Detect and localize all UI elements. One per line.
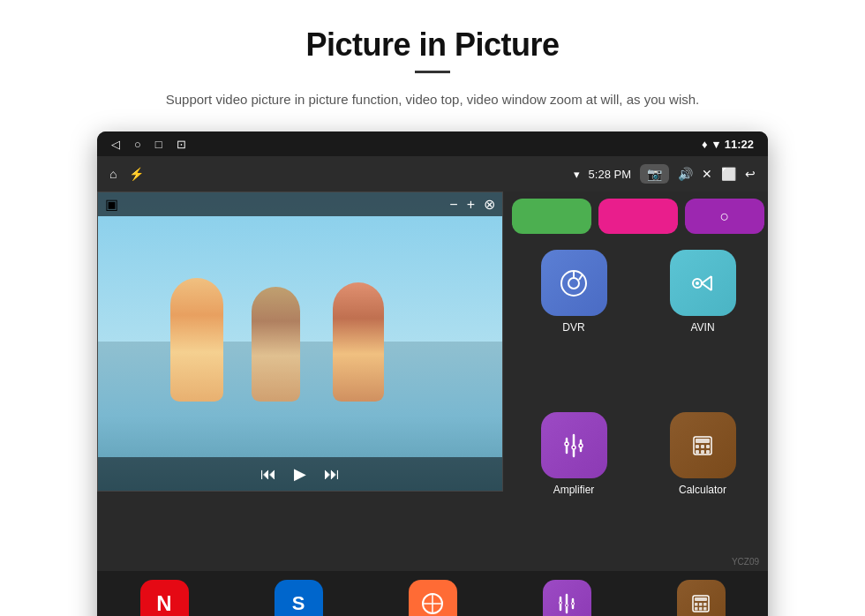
- pip-minus-btn[interactable]: −: [449, 197, 457, 213]
- app-icon-dvr[interactable]: DVR: [515, 250, 632, 400]
- video-bottom-controls: ⏮ ▶ ⏭: [98, 457, 502, 491]
- svg-rect-20: [696, 450, 699, 454]
- svg-rect-35: [699, 603, 703, 606]
- status-time: 11:22: [725, 138, 754, 151]
- svg-rect-38: [699, 607, 703, 611]
- pink-app-btn[interactable]: [598, 199, 678, 234]
- svg-line-7: [702, 283, 711, 290]
- dvr-svg: [558, 267, 590, 299]
- pip-close-btn[interactable]: ⊗: [484, 196, 495, 213]
- amplifier-bottom-svg: [554, 591, 579, 616]
- home-nav-icon[interactable]: ○: [134, 138, 141, 151]
- video-scene: [98, 192, 502, 491]
- page-container: Picture in Picture Support video picture…: [0, 0, 865, 616]
- video-content: [98, 192, 502, 491]
- svg-rect-34: [695, 603, 698, 606]
- amplifier-icon-box: [541, 412, 607, 478]
- bottom-app-wheelkey[interactable]: Wheelkey Study: [365, 580, 500, 617]
- status-bar-right: ♦ ▾ 11:22: [702, 138, 754, 151]
- app-icon-calculator[interactable]: Calculator: [644, 412, 761, 562]
- play-btn[interactable]: ▶: [294, 464, 306, 484]
- bottom-app-amplifier[interactable]: Amplifier: [500, 580, 634, 617]
- nav-window-icon[interactable]: ⬜: [721, 167, 736, 181]
- svg-point-14: [579, 444, 583, 447]
- svg-point-31: [572, 603, 575, 605]
- nav-close-icon[interactable]: ✕: [702, 167, 712, 181]
- svg-rect-39: [703, 607, 707, 611]
- avin-icon-box: [670, 250, 736, 316]
- purple-btn-icon: ○: [720, 207, 730, 226]
- amplifier-svg: [558, 430, 590, 462]
- camera-icon[interactable]: 📷: [640, 164, 669, 184]
- calculator-bottom-svg: [688, 591, 713, 616]
- wheelkey-svg: [420, 591, 445, 616]
- bottom-app-netflix[interactable]: N Netflix: [97, 580, 231, 617]
- back-nav-icon[interactable]: ◁: [111, 138, 120, 151]
- svg-point-5: [696, 282, 699, 285]
- calculator-icon-box: [670, 412, 736, 478]
- person1: [170, 278, 223, 402]
- volume-icon[interactable]: 🔊: [678, 167, 693, 181]
- svg-line-3: [579, 274, 583, 280]
- person3: [333, 282, 384, 402]
- app-icon-amplifier[interactable]: Amplifier: [515, 412, 632, 562]
- svg-rect-17: [696, 445, 699, 448]
- svg-point-12: [565, 442, 568, 446]
- prev-btn[interactable]: ⏮: [260, 465, 276, 484]
- nav-bar-right: ▾ 5:28 PM 📷 🔊 ✕ ⬜ ↩: [574, 164, 756, 184]
- usb-icon[interactable]: ⚡: [129, 167, 144, 181]
- media-icon: ⊡: [177, 138, 186, 151]
- location-icon: ♦: [702, 138, 708, 151]
- page-subtitle: Support video picture in picture functio…: [166, 89, 699, 110]
- pip-plus-btn[interactable]: +: [467, 197, 475, 213]
- device-frame: ◁ ○ □ ⊡ ♦ ▾ 11:22 ⌂ ⚡ ▾ 5:28 PM 📷 🔊: [97, 131, 768, 616]
- green-app-btn[interactable]: [512, 199, 591, 234]
- svg-point-13: [572, 446, 575, 449]
- dvr-icon-box: [541, 250, 607, 316]
- app-icon-avin[interactable]: AVIN: [644, 250, 761, 400]
- nav-time: 5:28 PM: [589, 168, 631, 181]
- wheelkey-icon: [409, 580, 457, 617]
- nav-bar: ⌂ ⚡ ▾ 5:28 PM 📷 🔊 ✕ ⬜ ↩: [97, 156, 768, 192]
- svg-rect-33: [695, 597, 707, 601]
- main-content: ▣ − + ⊗ ⏮: [97, 192, 768, 571]
- status-bar: ◁ ○ □ ⊡ ♦ ▾ 11:22: [97, 131, 768, 156]
- svg-rect-21: [701, 450, 704, 454]
- svg-rect-36: [703, 603, 707, 606]
- netflix-icon: N: [140, 580, 189, 617]
- bottom-app-siriusxm[interactable]: S SiriusXM: [231, 580, 365, 617]
- calculator-bottom-icon: [677, 580, 726, 617]
- nav-wifi-icon: ▾: [574, 168, 580, 181]
- page-title: Picture in Picture: [305, 26, 559, 64]
- svg-rect-18: [701, 445, 704, 448]
- status-bar-left: ◁ ○ □ ⊡: [111, 138, 186, 151]
- recents-nav-icon[interactable]: □: [155, 138, 162, 151]
- purple-app-btn[interactable]: ○: [685, 199, 764, 234]
- svg-point-29: [560, 602, 562, 605]
- svg-line-6: [702, 276, 711, 283]
- pip-controls: − + ⊗: [449, 196, 495, 213]
- svg-point-30: [566, 605, 568, 607]
- svg-rect-37: [695, 607, 698, 611]
- nav-back-icon[interactable]: ↩: [745, 167, 756, 181]
- pip-header: ▣ − + ⊗: [98, 192, 502, 216]
- wifi-icon: ▾: [713, 138, 719, 151]
- app-row-top: ○: [503, 192, 768, 241]
- pip-camera-icon: ▣: [105, 196, 118, 213]
- svg-point-1: [568, 278, 579, 289]
- svg-rect-16: [696, 439, 710, 443]
- avin-svg: [687, 267, 718, 299]
- next-btn[interactable]: ⏭: [324, 465, 340, 484]
- amplifier-label: Amplifier: [553, 484, 595, 496]
- avin-label: AVIN: [690, 321, 714, 334]
- video-pip[interactable]: ▣ − + ⊗ ⏮: [97, 192, 503, 492]
- calculator-svg: [687, 430, 718, 462]
- svg-rect-22: [706, 450, 710, 454]
- bottom-app-calculator[interactable]: Calculator: [634, 580, 768, 617]
- nav-bar-left: ⌂ ⚡: [109, 167, 144, 181]
- home-icon[interactable]: ⌂: [109, 167, 117, 181]
- siriusxm-icon: S: [275, 580, 323, 617]
- bottom-app-row: N Netflix S SiriusXM Wheelkey Study: [97, 571, 768, 616]
- calculator-label: Calculator: [679, 484, 726, 496]
- dvr-label: DVR: [562, 321, 584, 334]
